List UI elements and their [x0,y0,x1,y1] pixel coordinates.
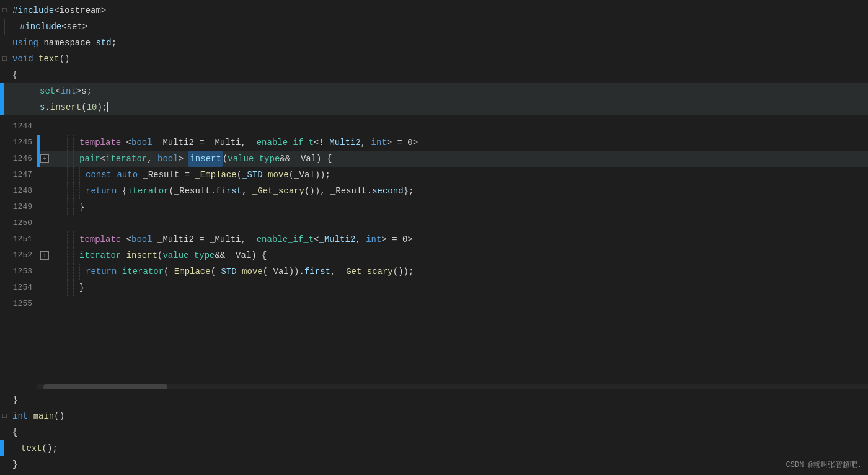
code-line-int-main: □ int main() [0,408,868,424]
code-line-using: using namespace std; [0,35,868,51]
expand-icon-1246[interactable]: + [40,154,49,163]
code-area: template <bool _Multi2 = _Multi, enable_… [37,118,868,389]
bottom-code-section: 1244 1245 1246 1247 1248 1249 1250 1251 … [0,118,868,475]
code-body: 1244 1245 1246 1247 1248 1249 1250 1251 … [0,118,868,389]
blue-bar-1246 [37,151,40,167]
line-1244 [37,118,868,135]
gutter-1254 [37,280,52,296]
content-1248: return {iterator(_Result.first, _Get_sca… [52,183,414,199]
code-line-set-decl: set<int>s; [0,83,868,99]
line-1251: template <bool _Multi2 = _Multi, enable_… [37,231,868,247]
bottom-code-lines: } □ int main() { text(); } [0,389,868,475]
content-1250 [52,215,55,231]
fold-icon-2[interactable]: □ [2,51,12,67]
fold-icon-1[interactable]: □ [2,2,12,19]
line-numbers: 1244 1245 1246 1247 1248 1249 1250 1251 … [0,118,37,389]
fold-icon-main[interactable]: □ [2,408,12,424]
line-1255 [37,296,868,312]
code-line-close-brace-1: } [0,392,868,408]
line-1245: template <bool _Multi2 = _Multi, enable_… [37,135,868,151]
content-1249: } [52,199,84,215]
line-1253: return iterator(_Emplace(_STD move(_Val)… [37,264,868,280]
watermark: CSDN @就叫张智超吧. [786,459,862,470]
code-line-main-open-brace: { [0,424,868,440]
code-line-main-close-brace: } [0,456,868,473]
gutter-1248 [37,183,52,199]
code-line-text-call: text(); [0,440,868,456]
code-line-include-iostream: □ #include<iostream> [0,2,868,19]
line-1247: const auto _Result = _Emplace(_STD move(… [37,167,868,183]
content-1246: pair<iterator, bool> insert(value_type&&… [52,151,332,167]
content-1251: template <bool _Multi2 = _Multi, enable_… [52,231,413,247]
gutter-1249 [37,199,52,215]
content-1254: } [52,280,84,296]
line-1250 [37,215,868,231]
top-code-section: □ #include<iostream> #include<set> using… [0,0,868,118]
line-1254: } [37,280,868,296]
content-1247: const auto _Result = _Emplace(_STD move(… [52,167,330,183]
content-1244 [52,118,55,135]
code-line-s-insert: s.insert(10); [0,99,868,115]
gutter-1253 [37,264,52,280]
editor: □ #include<iostream> #include<set> using… [0,0,868,475]
line-1252: + iterator insert(value_type&& _Val) { [37,247,868,264]
expand-icon-1252[interactable]: + [40,251,49,260]
gutter-1246: + [37,151,52,167]
line-1249: } [37,199,868,215]
gutter-1250 [37,215,52,231]
gutter-1251 [37,231,52,247]
content-1245: template <bool _Multi2 = _Multi, enable_… [52,135,418,151]
content-1252: iterator insert(value_type&& _Val) { [52,247,267,264]
gutter-1255 [37,296,52,312]
gutter-1247 [37,167,52,183]
code-line-void-text: □ void text() [0,51,868,67]
highlighted-insert-keyword: insert [188,151,222,167]
code-line-include-set: #include<set> [4,19,868,35]
horizontal-scrollbar[interactable] [37,384,868,389]
line-1246: + pair<iterator, bool> insert(value_type… [37,151,868,167]
line-1248: return {iterator(_Result.first, _Get_sca… [37,183,868,199]
scrollbar-thumb[interactable] [43,384,167,389]
gutter-1245 [37,135,52,151]
blue-bar-1245 [37,135,40,151]
content-1253: return iterator(_Emplace(_STD move(_Val)… [52,264,414,280]
code-line-open-brace-1: { [0,67,868,83]
gutter-1252: + [37,247,52,264]
content-1255 [52,296,55,312]
gutter-1244 [37,118,52,135]
